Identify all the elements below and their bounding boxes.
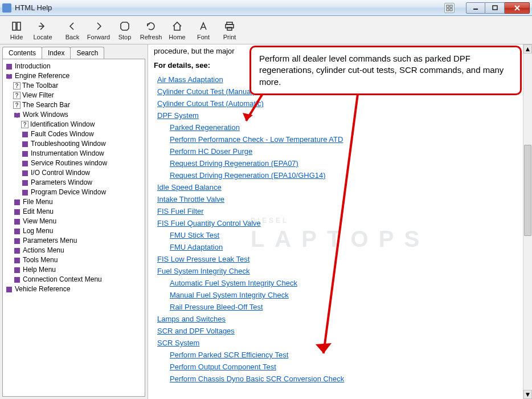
book-icon <box>13 198 21 206</box>
book-icon <box>21 140 29 148</box>
link[interactable]: Intake Throttle Valve <box>157 195 224 203</box>
stop-button[interactable]: Stop <box>112 17 138 43</box>
link[interactable]: Parked Regeneration <box>170 123 240 132</box>
tree-item[interactable]: Introduction <box>5 62 144 71</box>
tree-item[interactable]: Troubleshooting Window <box>21 139 144 149</box>
link[interactable]: Request Driving Regeneration (EPA10/GHG1… <box>170 171 326 180</box>
book-icon <box>5 286 13 294</box>
link[interactable]: DPF System <box>157 111 199 120</box>
close-button[interactable] <box>505 2 530 14</box>
book-icon <box>13 218 21 226</box>
scroll-thumb[interactable] <box>524 145 531 236</box>
back-icon <box>66 20 79 32</box>
locate-button[interactable]: Locate <box>30 17 56 43</box>
link[interactable]: SCR System <box>157 339 199 347</box>
link[interactable]: FIS Fuel Quantity Control Valve <box>157 219 261 227</box>
svg-rect-3 <box>450 9 452 11</box>
book-icon <box>13 256 21 264</box>
tree-item[interactable]: Log Menu <box>13 226 144 236</box>
tab-index[interactable]: Index <box>42 47 71 59</box>
tree-item[interactable]: Tools Menu <box>13 255 144 265</box>
link[interactable]: Automatic Fuel System Integrity Check <box>170 279 297 287</box>
link[interactable]: FMU Stick Test <box>170 231 219 239</box>
link[interactable]: Perform HC Doser Purge <box>170 147 252 156</box>
tree-item[interactable]: Work Windows <box>13 110 144 120</box>
home-icon <box>171 20 183 32</box>
book-icon <box>21 189 29 197</box>
svg-line-17 <box>324 85 359 353</box>
link[interactable]: Fuel System Integrity Check <box>157 267 250 275</box>
tree-item[interactable]: Service Routines window <box>21 158 144 168</box>
svg-marker-11 <box>121 22 129 30</box>
print-button[interactable]: Print <box>216 17 243 43</box>
window-buttons <box>466 2 530 14</box>
tree-item[interactable]: Fault Codes Window <box>21 129 144 139</box>
tree-item[interactable]: Program Device Window <box>21 188 144 197</box>
link[interactable]: Perform Parked SCR Efficiency Test <box>170 351 288 359</box>
tree-item[interactable]: Edit Menu <box>13 207 144 217</box>
minimize-button[interactable] <box>466 2 485 14</box>
vertical-scrollbar[interactable]: ▲ ▼ <box>523 44 532 399</box>
link[interactable]: SCR and DPF Voltages <box>157 327 235 335</box>
refresh-icon <box>145 20 157 32</box>
tab-contents[interactable]: Contents <box>2 47 42 59</box>
forward-icon <box>92 20 105 32</box>
book-icon <box>13 237 21 245</box>
link[interactable]: Perform Chassis Dyno Basic SCR Conversio… <box>170 374 344 383</box>
tree-item[interactable]: ?The Search Bar <box>13 100 144 110</box>
book-icon <box>13 266 21 274</box>
tree-item[interactable]: ?The Toolbar <box>13 81 144 91</box>
tree-item[interactable]: Actions Menu <box>13 246 144 255</box>
svg-rect-5 <box>493 6 497 10</box>
titlebar-extra-button[interactable] <box>444 3 455 13</box>
tree-item[interactable]: Vehicle Reference <box>5 284 144 294</box>
tree-item[interactable]: I/O Control Window <box>21 168 144 178</box>
book-icon <box>21 169 29 177</box>
content-pane: DIESELLAPTOPS procedure, but the major F… <box>148 44 532 399</box>
book-icon <box>5 63 13 71</box>
scroll-up-button[interactable]: ▲ <box>523 44 532 54</box>
app-icon <box>2 3 11 13</box>
tree-view[interactable]: Introduction Engine Reference ?The Toolb… <box>2 59 145 397</box>
callout-box: Perform all dealer level commands such a… <box>249 46 522 95</box>
tree-item[interactable]: Parameters Menu <box>13 236 144 246</box>
link[interactable]: Perform Output Component Test <box>170 363 276 371</box>
help-page-icon: ? <box>21 121 28 128</box>
link[interactable]: Manual Fuel System Integrity Check <box>170 291 289 299</box>
svg-marker-18 <box>316 343 332 353</box>
link[interactable]: FIS Low Pressure Leak Test <box>157 255 249 263</box>
tree-item[interactable]: Parameters Window <box>21 178 144 188</box>
callout-text: Perform all dealer level commands such a… <box>259 53 512 88</box>
tree-item[interactable]: View Menu <box>13 217 144 226</box>
tree-item[interactable]: Engine Reference <box>5 71 144 81</box>
tree-item[interactable]: Connection Context Menu <box>13 275 144 284</box>
forward-button[interactable]: Forward <box>85 17 112 43</box>
scroll-down-button[interactable]: ▼ <box>523 390 532 399</box>
link[interactable]: Rail Pressure Bleed-Off Test <box>170 303 263 311</box>
tree-item[interactable]: Help Menu <box>13 265 144 275</box>
link[interactable]: FIS Fuel Filter <box>157 207 204 215</box>
font-button[interactable]: Font <box>190 17 216 43</box>
tree-item[interactable]: ?Identification Window <box>21 120 144 129</box>
book-icon <box>21 160 29 168</box>
svg-rect-14 <box>227 27 232 30</box>
book-icon <box>13 247 21 255</box>
link[interactable]: Lamps and Switches <box>157 315 226 323</box>
link[interactable]: FMU Adaptation <box>170 243 223 251</box>
titlebar: HTML Help <box>0 0 532 16</box>
link[interactable]: Request Driving Regeneration (EPA07) <box>170 159 298 168</box>
hide-button[interactable]: Hide <box>3 17 30 43</box>
tree-item[interactable]: File Menu <box>13 197 144 207</box>
link[interactable]: Air Mass Adaptation <box>157 75 223 84</box>
maximize-button[interactable] <box>485 2 505 14</box>
link[interactable]: Idle Speed Balance <box>157 183 222 192</box>
home-button[interactable]: Home <box>164 17 190 43</box>
locate-icon <box>36 20 49 32</box>
stop-icon <box>118 20 131 32</box>
tab-search[interactable]: Search <box>70 47 104 59</box>
tree-item[interactable]: ?View Filter <box>13 91 144 100</box>
tree-item[interactable]: Instrumentation Window <box>21 149 144 158</box>
back-button[interactable]: Back <box>59 17 85 43</box>
refresh-button[interactable]: Refresh <box>138 17 164 43</box>
svg-rect-1 <box>450 5 452 7</box>
